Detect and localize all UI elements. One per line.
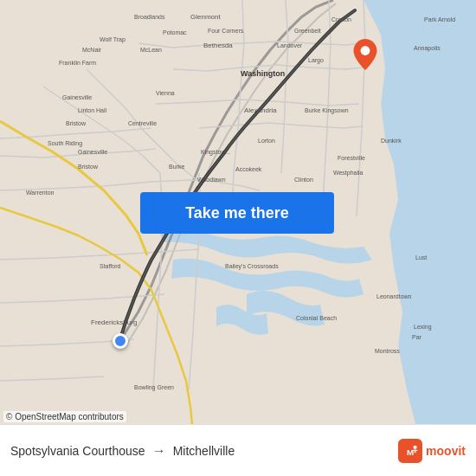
svg-text:Gainesville: Gainesville — [78, 149, 107, 155]
svg-text:Burke: Burke — [169, 164, 184, 170]
svg-text:Four Corners: Four Corners — [208, 28, 244, 34]
svg-text:Bowling Green: Bowling Green — [134, 384, 174, 391]
svg-text:Largo: Largo — [308, 57, 324, 64]
svg-point-54 — [414, 445, 417, 448]
svg-text:McNair: McNair — [82, 47, 102, 53]
map-attribution: © OpenStreetMap contributors — [3, 411, 126, 422]
svg-text:Forestville: Forestville — [338, 155, 365, 161]
svg-text:Lexing: Lexing — [414, 324, 432, 331]
svg-text:Burke Kingsown: Burke Kingsown — [305, 107, 349, 114]
moovit-logo: M moovit — [398, 439, 466, 463]
svg-text:Clinton: Clinton — [294, 177, 313, 183]
arrow-icon: → — [152, 443, 166, 459]
svg-text:Fredericksburg: Fredericksburg — [91, 318, 137, 326]
svg-text:Broadlands: Broadlands — [134, 14, 165, 20]
svg-text:Woodlawn: Woodlawn — [197, 177, 226, 183]
svg-text:Franklin Farm: Franklin Farm — [59, 60, 96, 66]
destination-marker — [353, 39, 377, 74]
svg-text:Bristow: Bristow — [66, 120, 87, 126]
svg-text:Colonial Beach: Colonial Beach — [296, 315, 337, 321]
svg-text:Annapolis: Annapolis — [414, 45, 441, 52]
map-container: Glenmont Broadlands Bethesda McLean Wash… — [0, 0, 476, 424]
svg-text:Lorton: Lorton — [258, 138, 275, 144]
svg-text:Montross: Montross — [375, 348, 400, 354]
svg-text:South Riding: South Riding — [48, 140, 82, 147]
svg-text:Westphalia: Westphalia — [333, 170, 363, 177]
moovit-text: moovit — [426, 444, 466, 458]
svg-text:Warrenton: Warrenton — [26, 190, 55, 196]
svg-text:Park Arnold: Park Arnold — [424, 16, 455, 23]
svg-text:Bethesda: Bethesda — [203, 42, 233, 49]
svg-text:Kingstow...: Kingstow... — [201, 149, 230, 156]
svg-text:Wolf Trap: Wolf Trap — [100, 36, 125, 43]
svg-text:Crofton: Crofton — [331, 16, 351, 23]
svg-text:Landover: Landover — [277, 42, 303, 48]
svg-text:Dunkirk: Dunkirk — [381, 138, 402, 144]
svg-text:Glenmont: Glenmont — [190, 13, 221, 21]
svg-point-51 — [361, 46, 370, 55]
origin-marker — [113, 333, 128, 349]
origin-label: Spotsylvania Courthouse — [10, 444, 145, 458]
bottom-bar: Spotsylvania Courthouse → Mitchellville … — [0, 424, 476, 476]
svg-text:Vienna: Vienna — [156, 90, 175, 96]
svg-text:Accokeek: Accokeek — [235, 166, 262, 172]
svg-text:Gainesville: Gainesville — [62, 94, 92, 100]
svg-text:Lust: Lust — [415, 254, 427, 261]
svg-text:Par: Par — [412, 334, 422, 340]
svg-text:Greenbelt: Greenbelt — [294, 28, 321, 34]
svg-text:Bailey's Crossroads: Bailey's Crossroads — [225, 263, 279, 270]
destination-label: Mitchellville — [173, 444, 235, 458]
svg-text:Leonardtown: Leonardtown — [376, 293, 412, 299]
svg-text:M: M — [407, 447, 414, 456]
svg-text:McLean: McLean — [140, 47, 162, 53]
svg-text:Potomac: Potomac — [163, 29, 187, 35]
svg-text:Alexandria: Alexandria — [244, 106, 277, 114]
moovit-icon: M — [398, 439, 422, 463]
svg-text:Washington: Washington — [241, 69, 285, 78]
svg-text:Bristow: Bristow — [78, 164, 99, 170]
svg-text:Stafford: Stafford — [100, 263, 120, 269]
take-me-there-button[interactable]: Take me there — [140, 192, 334, 234]
svg-text:Centreville: Centreville — [128, 120, 157, 126]
svg-text:Linton Hall: Linton Hall — [78, 107, 107, 113]
